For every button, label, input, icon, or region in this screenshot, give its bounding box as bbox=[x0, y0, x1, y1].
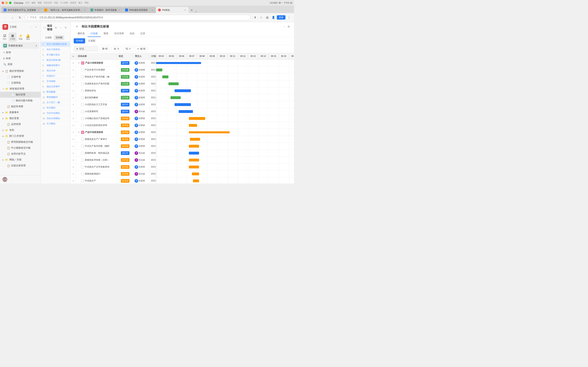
close-button[interactable] bbox=[2, 2, 4, 4]
gantt-bar[interactable] bbox=[174, 103, 191, 106]
sidebar-item-quality[interactable]: ▶ 📁 质量事件 bbox=[0, 109, 41, 115]
project-row-15[interactable]: 15 清金化痰颗粒 bbox=[41, 116, 70, 121]
row-checkbox[interactable] bbox=[81, 110, 84, 113]
row-add-cell[interactable]: + bbox=[70, 143, 76, 150]
gantt-bar[interactable] bbox=[190, 138, 200, 141]
row-add-cell[interactable]: + bbox=[70, 170, 76, 177]
sub-tab-main[interactable]: 主视图 bbox=[86, 38, 97, 43]
sidebar-item-contract[interactable]: 📋 合同管理 bbox=[0, 121, 41, 127]
row-checkbox[interactable] bbox=[81, 159, 84, 161]
gantt-chart[interactable]: 09 0409 0509 0609 0709 0809 0909 1009 11… bbox=[156, 53, 294, 184]
add-row-icon[interactable]: + bbox=[72, 179, 74, 183]
tab-record[interactable]: 记录 bbox=[138, 31, 148, 37]
update-button[interactable]: 更新 bbox=[277, 15, 285, 20]
sidebar-item-review[interactable]: 📄 立项审批 bbox=[0, 80, 41, 86]
gantt-bar[interactable] bbox=[162, 75, 168, 78]
sub-tab-gantt[interactable]: 甘特图 bbox=[74, 38, 85, 43]
tab-1-close[interactable]: × bbox=[37, 8, 40, 11]
add-row-icon[interactable]: + bbox=[72, 165, 74, 169]
add-row-icon[interactable]: + bbox=[72, 145, 74, 148]
system-menu-tabs[interactable]: 标签页 bbox=[70, 1, 76, 4]
add-row-icon[interactable]: + bbox=[72, 117, 74, 120]
sidebar-item-weekly[interactable]: ▶ 📁 周报／月报 bbox=[0, 157, 41, 163]
row-checkbox[interactable] bbox=[81, 117, 84, 120]
project-row-1[interactable]: 1 布比卡因缓释注射液 bbox=[41, 42, 70, 47]
system-menu-view[interactable]: 视图 bbox=[38, 1, 42, 4]
panel-refresh-button[interactable]: ↻ bbox=[64, 26, 68, 30]
row-add-cell[interactable]: + bbox=[70, 94, 76, 101]
tab-list-button[interactable]: › bbox=[196, 10, 197, 13]
sidebar-nav-todo[interactable]: ☑ 待办 bbox=[2, 33, 8, 42]
tab-4[interactable]: PMS项目管理系统 × bbox=[123, 7, 156, 13]
sidebar-item-change[interactable]: ▶ 📁 项目变更 bbox=[0, 115, 41, 121]
row-checkbox[interactable] bbox=[81, 75, 84, 78]
gantt-bar[interactable] bbox=[189, 166, 199, 168]
bookmark-button[interactable]: ☆ bbox=[259, 15, 264, 20]
row-add-cell[interactable]: + bbox=[70, 164, 76, 170]
row-checkbox[interactable] bbox=[81, 179, 84, 182]
add-row-icon[interactable]: + bbox=[72, 61, 74, 65]
header-back-button[interactable]: ← bbox=[283, 25, 286, 28]
edit-button[interactable]: ✏ 编 辑 bbox=[135, 46, 148, 52]
project-row-4[interactable]: 4 奥美拉唑镁/肠 bbox=[41, 58, 70, 63]
gantt-bar[interactable] bbox=[192, 173, 199, 175]
shrink-button[interactable]: 缩 小 bbox=[123, 46, 133, 52]
filter-input[interactable]: ▼ 筛选 bbox=[74, 46, 98, 51]
sidebar-more-button[interactable]: ··· bbox=[29, 25, 33, 29]
project-row-13[interactable]: 13 保元颗粒 bbox=[41, 105, 70, 110]
row-checkbox[interactable] bbox=[81, 89, 84, 92]
row-checkbox[interactable] bbox=[81, 152, 84, 155]
project-row-12[interactable]: 12 左卡尼汀（酶 bbox=[41, 100, 70, 105]
system-menu-window[interactable]: 窗口 bbox=[78, 1, 82, 4]
system-menu-profile[interactable]: 个人资料 bbox=[60, 1, 68, 4]
gantt-bar[interactable] bbox=[189, 145, 199, 148]
sidebar-item-acceptance[interactable]: 📋 研究院级验收交付板 bbox=[0, 139, 41, 145]
system-menu-help[interactable]: 帮助 bbox=[85, 1, 89, 4]
sidebar-nav-quick[interactable]: ⚡ 快捷 bbox=[17, 33, 24, 42]
tab-budget[interactable]: 预算 bbox=[101, 31, 111, 37]
sidebar-item-center[interactable]: 📋 中心级验收交付板 bbox=[0, 145, 41, 151]
row-add-cell[interactable]: + bbox=[70, 177, 76, 184]
system-menu-file[interactable]: 文件 bbox=[25, 1, 29, 4]
gantt-bar[interactable] bbox=[168, 82, 179, 85]
add-row-icon[interactable]: + bbox=[72, 96, 74, 99]
tab-plan[interactable]: 计划表 bbox=[87, 31, 101, 37]
row-checkbox[interactable] bbox=[81, 173, 84, 175]
add-row-icon[interactable]: + bbox=[72, 103, 74, 106]
expand-icon[interactable]: ▼ bbox=[77, 131, 80, 134]
project-row-2[interactable]: 2 布比卡因美洛 bbox=[41, 47, 70, 52]
add-row-icon[interactable]: + bbox=[72, 75, 74, 78]
split-view-button[interactable]: ▤ bbox=[265, 15, 270, 20]
project-row-16[interactable]: 16 天川颗粒 bbox=[41, 121, 70, 126]
add-row-icon[interactable]: + bbox=[72, 82, 74, 85]
tab-3[interactable]: 申请签约 - 程序员客栈 × bbox=[88, 7, 123, 13]
sidebar-item-dept[interactable]: ▶ 📁 部门工作管理 bbox=[0, 133, 41, 139]
sidebar-item-issues[interactable]: 📄 项目问题与风险 bbox=[0, 98, 41, 104]
sidebar-nav-notify[interactable]: 🔔 通知 bbox=[25, 33, 31, 42]
view-tab-gantt[interactable]: 甘特图 bbox=[54, 35, 64, 40]
project-row-9[interactable]: 9 德拉沙星葡甲 bbox=[41, 84, 70, 89]
header-close-button[interactable]: ✕ bbox=[75, 24, 79, 29]
sidebar-item-stability[interactable]: 📋 稳定性考察 bbox=[0, 104, 41, 109]
new-tab-button[interactable]: + bbox=[189, 7, 195, 13]
share-button[interactable]: ⬆ bbox=[252, 15, 258, 20]
panel-checkbox[interactable]: ☐ bbox=[43, 26, 46, 29]
project-row-5[interactable]: 5 碳酸锶咀嚼片 bbox=[41, 63, 70, 68]
row-add-cell[interactable]: + bbox=[70, 136, 76, 142]
row-add-cell[interactable]: + bbox=[70, 150, 76, 156]
tab-2[interactable]: 「程序人生」程序员接私活常用… × bbox=[42, 7, 88, 13]
gantt-bar[interactable] bbox=[189, 152, 199, 155]
tab-5[interactable]: PM系统 × bbox=[156, 7, 189, 13]
header-settings-button[interactable]: ⚙ bbox=[287, 25, 290, 28]
add-row-icon[interactable]: + bbox=[72, 89, 74, 92]
minimize-button[interactable] bbox=[5, 2, 8, 4]
tab-attrs[interactable]: 属性表 bbox=[75, 31, 87, 37]
expand-icon[interactable]: ▼ bbox=[77, 62, 80, 64]
row-checkbox[interactable] bbox=[81, 124, 84, 127]
sidebar-item-payment[interactable]: 📋 合同付款节点 bbox=[0, 151, 41, 157]
gantt-bar[interactable] bbox=[156, 62, 201, 64]
row-checkbox[interactable] bbox=[81, 68, 84, 71]
user-item[interactable]: 人员 bbox=[2, 177, 38, 182]
enlarge-button[interactable]: 放 大 bbox=[112, 46, 121, 52]
row-add-cell[interactable]: + bbox=[70, 87, 76, 94]
